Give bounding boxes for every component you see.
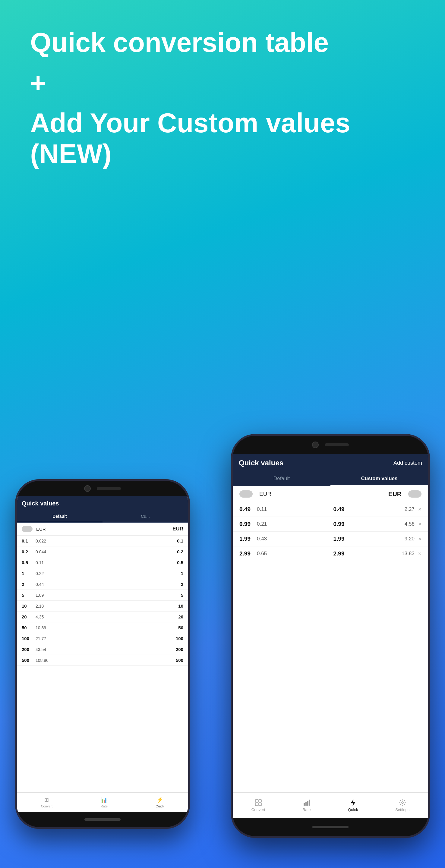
nav-convert-back[interactable]: ⊞ Convert — [41, 797, 53, 808]
conversion-table-front: 0.49 0.11 0.49 2.27 × 0.99 0.21 0.99 4.5… — [233, 502, 428, 792]
svg-rect-5 — [305, 802, 307, 806]
default-bold-3: 1.99 — [239, 535, 257, 542]
table-row: 1 0.22 1 — [17, 568, 188, 579]
left-val: 2.18 — [36, 604, 170, 609]
right-bold: 20 — [170, 614, 183, 619]
toggle-back-left[interactable] — [22, 526, 33, 532]
camera-icon-front — [312, 441, 319, 448]
close-icon-4[interactable]: × — [418, 550, 421, 557]
hero-section: Quick conversion table + Add Your Custom… — [0, 0, 445, 188]
tab-custom-back[interactable]: Cu... — [102, 511, 188, 522]
custom-bold-2: 0.99 — [327, 521, 344, 527]
custom-bold-4: 2.99 — [327, 550, 344, 557]
close-icon-1[interactable]: × — [418, 506, 421, 513]
svg-rect-3 — [259, 803, 261, 806]
right-bold: 5 — [170, 592, 183, 598]
right-bold: 0.2 — [170, 549, 183, 554]
tabs-back: Default Cu... — [17, 511, 188, 523]
svg-rect-7 — [309, 800, 310, 806]
left-bold: 0.1 — [22, 538, 36, 544]
left-val: 0.22 — [36, 571, 170, 576]
table-row: 500 108.86 500 — [17, 655, 188, 666]
tab-default-front[interactable]: Default — [233, 472, 330, 486]
nav-rate-front[interactable]: Rate — [302, 799, 310, 812]
currency-from-back: EUR — [36, 527, 46, 532]
custom-val-2: 4.58 — [344, 521, 415, 527]
toggle-front-left[interactable] — [239, 490, 253, 498]
custom-bold-1: 0.49 — [327, 506, 344, 513]
svg-rect-2 — [255, 803, 258, 806]
right-bold: 100 — [170, 636, 183, 641]
table-row: 0.5 0.11 0.5 — [17, 557, 188, 568]
right-bold: 2 — [170, 582, 183, 587]
quick-icon-front — [350, 799, 357, 806]
phone-front-screen: Quick values Add custom Default Custom v… — [233, 454, 428, 818]
nav-label-settings-front: Settings — [395, 807, 409, 812]
convert-icon: ⊞ — [44, 797, 49, 803]
close-icon-3[interactable]: × — [418, 535, 421, 542]
tabs-front: Default Custom values — [233, 472, 428, 486]
left-val: 108.86 — [36, 658, 170, 663]
conversion-table-back: 0.1 0.022 0.1 0.2 0.044 0.2 0.5 0.11 0.5… — [17, 535, 188, 792]
app-title-back: Quick values — [22, 500, 59, 507]
hero-title: Quick conversion table — [30, 27, 415, 59]
rate-icon-front — [303, 799, 310, 806]
speaker — [97, 487, 121, 490]
right-bold: 10 — [170, 603, 183, 609]
custom-val-3: 9.20 — [344, 536, 415, 542]
phone-front-top — [233, 436, 428, 454]
default-val-2: 0.21 — [257, 521, 327, 527]
phone-back: Quick values Default Cu... EUR EUR 0.1 0… — [15, 479, 190, 829]
left-val: 43.54 — [36, 647, 170, 652]
svg-marker-8 — [351, 800, 355, 806]
add-custom-button[interactable]: Add custom — [393, 460, 422, 466]
default-bold-1: 0.49 — [239, 506, 257, 513]
nav-convert-front[interactable]: Convert — [251, 799, 265, 812]
hero-subtitle: Add Your Custom values (NEW) — [30, 107, 415, 170]
phone-back-screen: Quick values Default Cu... EUR EUR 0.1 0… — [17, 496, 188, 812]
tab-custom-front[interactable]: Custom values — [330, 472, 428, 486]
app-header-front: Quick values Add custom — [233, 454, 428, 472]
table-row: 20 4.35 20 — [17, 612, 188, 622]
left-val: 0.044 — [36, 550, 170, 554]
nav-rate-back[interactable]: 📊 Rate — [101, 797, 108, 808]
svg-rect-6 — [307, 801, 308, 806]
table-row: 50 10.89 50 — [17, 622, 188, 633]
left-bold: 2 — [22, 582, 36, 587]
table-row-2: 0.99 0.21 0.99 4.58 × — [233, 517, 428, 532]
right-bold: 200 — [170, 647, 183, 652]
nav-quick-front[interactable]: Quick — [348, 799, 358, 812]
bottom-nav-back: ⊞ Convert 📊 Rate ⚡ Quick — [17, 792, 188, 812]
left-bold: 50 — [22, 625, 36, 630]
phone-back-bottom — [17, 812, 188, 827]
default-val-3: 0.43 — [257, 536, 327, 542]
default-val-4: 0.65 — [257, 551, 327, 557]
toggle-front-right[interactable] — [408, 490, 421, 498]
nav-label-quick: Quick — [155, 804, 164, 808]
left-bold: 500 — [22, 658, 36, 663]
close-icon-2[interactable]: × — [418, 521, 421, 527]
phone-front-bottom — [233, 818, 428, 836]
settings-icon-front — [399, 799, 406, 806]
hero-plus: + — [30, 67, 415, 98]
left-bold: 100 — [22, 636, 36, 641]
currency-header-back: EUR EUR — [17, 523, 188, 535]
phone-back-top — [17, 481, 188, 496]
currency-to-front: EUR — [388, 490, 402, 498]
table-row-4: 2.99 0.65 2.99 13.83 × — [233, 547, 428, 561]
table-row: 2 0.44 2 — [17, 579, 188, 590]
nav-label-quick-front: Quick — [348, 807, 358, 812]
nav-quick-back[interactable]: ⚡ Quick — [155, 797, 164, 808]
right-bold: 1 — [170, 571, 183, 576]
tab-default-back[interactable]: Default — [17, 511, 102, 522]
nav-settings-front[interactable]: Settings — [395, 799, 409, 812]
left-val: 0.44 — [36, 582, 170, 587]
currency-from-front: EUR — [259, 491, 271, 497]
app-header-back: Quick values — [17, 496, 188, 511]
table-row-1: 0.49 0.11 0.49 2.27 × — [233, 502, 428, 517]
custom-val-4: 13.83 — [344, 551, 415, 557]
app-title-front: Quick values — [239, 459, 284, 467]
nav-label-rate-front: Rate — [302, 807, 310, 812]
home-bar-front — [313, 826, 349, 828]
svg-rect-1 — [259, 800, 261, 802]
